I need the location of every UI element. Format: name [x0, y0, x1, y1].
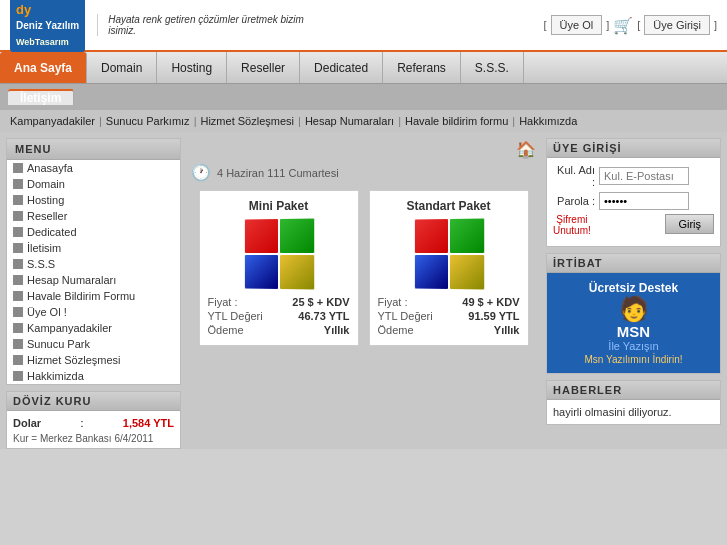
win-pane-blue	[244, 255, 277, 289]
sidebar-item-kampanya[interactable]: Kampanyadakiler	[7, 320, 180, 336]
doviz-title: DÖVİZ KURU	[7, 392, 180, 411]
nav-item-referans[interactable]: Referans	[383, 52, 461, 83]
win-pane-red	[414, 219, 447, 253]
sidebar-item-iletisim[interactable]: İletisim	[7, 240, 180, 256]
sidebar-item-hesap[interactable]: Hesap Numaraları	[7, 272, 180, 288]
second-nav-hizmet[interactable]: Hizmet Sözleşmesi	[200, 115, 294, 127]
username-label: Kul. Adı :	[553, 164, 595, 188]
bullet-icon	[13, 211, 23, 221]
bullet-icon	[13, 227, 23, 237]
nav-item-anasayfa[interactable]: Ana Sayfa	[0, 52, 87, 83]
mini-package: Mini Paket Fiyat : 25 $ + KDV YTL Değeri…	[199, 190, 359, 346]
second-nav: Kampanyadakiler | Sunucu Parkımız | Hizm…	[0, 110, 727, 132]
doviz-value: 1,584 YTL	[123, 417, 174, 429]
second-nav-havale[interactable]: Havale bildirim formu	[405, 115, 508, 127]
header: dy Deniz Yazılım WebTasarım Hayata renk …	[0, 0, 727, 52]
nav-item-hosting[interactable]: Hosting	[157, 52, 227, 83]
msn-title: Ücretsiz Destek	[555, 281, 712, 295]
login-form: Kul. Adı : Parola : Şifremi Unutum! Giri…	[547, 158, 720, 246]
bullet-icon	[13, 163, 23, 173]
second-nav-sunucu[interactable]: Sunucu Parkımız	[106, 115, 190, 127]
nav-item-reseller[interactable]: Reseller	[227, 52, 300, 83]
company-name: Deniz Yazılım	[16, 20, 79, 31]
msn-person-icon: 🧑	[555, 295, 712, 323]
doviz-row: Dolar : 1,584 YTL	[13, 415, 174, 431]
contact-title: İRTİBAT	[547, 254, 720, 273]
sidebar-item-sss[interactable]: S.S.S	[7, 256, 180, 272]
sidebar-item-domain[interactable]: Domain	[7, 176, 180, 192]
standart-ytl-row: YTL Değeri 91.59 YTL	[378, 309, 520, 323]
calendar-icon: 🕐	[191, 163, 211, 182]
right-sidebar: ÜYE GİRİŞİ Kul. Adı : Parola : Şifremi U…	[546, 138, 721, 449]
logo-icon: dy	[16, 2, 31, 17]
nav-bar: Ana Sayfa Domain Hosting Reseller Dedica…	[0, 52, 727, 84]
mini-payment-row: Ödeme Yıllık	[208, 323, 350, 337]
news-box: HABERLER hayirli olmasini diliyoruz.	[546, 380, 721, 425]
standart-payment-value: Yıllık	[494, 324, 520, 336]
msn-line2: MSN	[555, 323, 712, 340]
mini-ytl-value: 46.73 YTL	[298, 310, 349, 322]
news-title: HABERLER	[547, 381, 720, 400]
mini-price-row: Fiyat : 25 $ + KDV	[208, 295, 350, 309]
packages-container: Mini Paket Fiyat : 25 $ + KDV YTL Değeri…	[187, 190, 540, 346]
sidebar-item-hakkimizda[interactable]: Hakkimizda	[7, 368, 180, 384]
password-row: Parola :	[553, 192, 714, 210]
win-pane-red	[244, 219, 277, 253]
center-content: 🏠 🕐 4 Haziran 111 Cumartesi Mini Paket F…	[187, 138, 540, 449]
win-pane-blue	[414, 255, 447, 289]
sub-nav: İletişim	[0, 84, 727, 110]
windows-logo-standart	[414, 218, 483, 289]
login-submit-button[interactable]: Giriş	[665, 214, 714, 234]
contact-inner: Ücretsiz Destek 🧑 MSN İle Yazışın Msn Ya…	[547, 273, 720, 373]
standart-package: Standart Paket Fiyat : 49 $ + KDV YTL De…	[369, 190, 529, 346]
win-pane-green	[279, 218, 313, 253]
main-content: MENU Anasayfa Domain Hosting Reseller De…	[0, 132, 727, 449]
company-sub: WebTasarım	[16, 37, 69, 47]
mini-payment-value: Yıllık	[324, 324, 350, 336]
nav-item-sss[interactable]: S.S.S.	[461, 52, 524, 83]
mini-price-usd: 25 $ + KDV	[292, 296, 349, 308]
sidebar-item-reseller[interactable]: Reseller	[7, 208, 180, 224]
password-label: Parola :	[553, 195, 595, 207]
forgot-password-link[interactable]: Şifremi Unutum!	[553, 214, 591, 236]
standart-ytl-value: 91.59 YTL	[468, 310, 519, 322]
password-input[interactable]	[599, 192, 689, 210]
standart-package-title: Standart Paket	[378, 199, 520, 213]
bullet-icon	[13, 291, 23, 301]
sidebar-item-anasayfa[interactable]: Anasayfa	[7, 160, 180, 176]
sidebar-item-dedicated[interactable]: Dedicated	[7, 224, 180, 240]
logo: dy Deniz Yazılım WebTasarım	[10, 0, 85, 52]
breadcrumb-bar: 🏠	[187, 138, 540, 161]
win-pane-yellow	[279, 255, 313, 290]
second-nav-hakkimizda[interactable]: Hakkımızda	[519, 115, 577, 127]
sidebar-item-sunucu[interactable]: Sunucu Park	[7, 336, 180, 352]
windows-logo-mini	[244, 218, 313, 289]
username-input[interactable]	[599, 167, 689, 185]
contact-download-link[interactable]: Msn Yazılımını İndirin!	[555, 354, 712, 365]
bullet-icon	[13, 307, 23, 317]
nav-iletisim[interactable]: İletişim	[8, 89, 74, 105]
nav-item-domain[interactable]: Domain	[87, 52, 157, 83]
sidebar-menu-title: MENU	[7, 139, 180, 160]
sidebar-item-havale[interactable]: Havale Bildirim Formu	[7, 288, 180, 304]
logo-area: dy Deniz Yazılım WebTasarım Hayata renk …	[10, 0, 304, 52]
username-row: Kul. Adı :	[553, 164, 714, 188]
register-button[interactable]: Üye Ol	[551, 15, 603, 35]
tagline: Hayata renk getiren çözümler üretmek biz…	[97, 14, 304, 36]
sidebar-item-hizmet[interactable]: Hizmet Sözleşmesi	[7, 352, 180, 368]
sidebar-menu: MENU Anasayfa Domain Hosting Reseller De…	[6, 138, 181, 385]
sidebar-item-uye[interactable]: Üye Ol !	[7, 304, 180, 320]
win-pane-yellow	[449, 255, 483, 290]
nav-item-dedicated[interactable]: Dedicated	[300, 52, 383, 83]
standart-payment-row: Ödeme Yıllık	[378, 323, 520, 337]
home-icon[interactable]: 🏠	[516, 140, 536, 159]
sidebar: MENU Anasayfa Domain Hosting Reseller De…	[6, 138, 181, 449]
login-box: ÜYE GİRİŞİ Kul. Adı : Parola : Şifremi U…	[546, 138, 721, 247]
cart-icon: 🛒	[613, 16, 633, 35]
login-button[interactable]: Üye Girişi	[644, 15, 710, 35]
contact-box: İRTİBAT Ücretsiz Destek 🧑 MSN İle Yazışı…	[546, 253, 721, 374]
bullet-icon	[13, 371, 23, 381]
second-nav-kampanyadakiler[interactable]: Kampanyadakiler	[10, 115, 95, 127]
second-nav-hesap[interactable]: Hesap Numaraları	[305, 115, 394, 127]
sidebar-item-hosting[interactable]: Hosting	[7, 192, 180, 208]
